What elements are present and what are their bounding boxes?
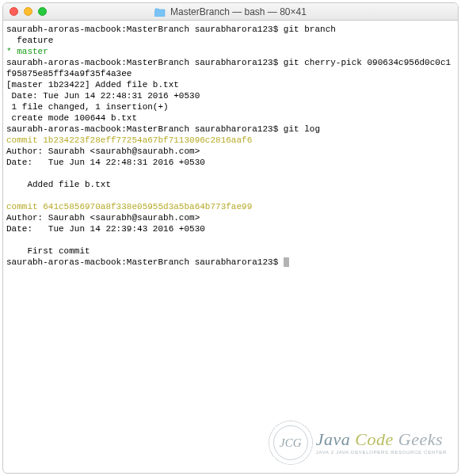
commit-author: Author: Saurabh <saurabh@saurabh.com> <box>6 213 200 223</box>
watermark: JCG Java Code Geeks JAVA 2 JAVA DEVELOPE… <box>269 421 447 465</box>
commit-date: Date: Tue Jun 14 22:39:43 2016 +0530 <box>6 224 205 234</box>
current-branch-marker: * <box>6 47 17 56</box>
watermark-logo-text: JCG <box>280 436 302 450</box>
watermark-logo-icon: JCG <box>269 421 313 465</box>
folder-icon <box>154 7 166 17</box>
titlebar: MasterBranch — bash — 80×41 <box>3 3 458 21</box>
prompt: saurabh-aroras-macbook:MasterBranch saur… <box>6 124 284 134</box>
output-line: [master 1b23422] Added file b.txt <box>6 80 179 89</box>
commit-hash: commit 1b234223f28eff77254a67bf7113096c2… <box>6 135 252 145</box>
watermark-tagline: JAVA 2 JAVA DEVELOPERS RESOURCE CENTER <box>316 450 447 455</box>
output-line: Date: Tue Jun 14 22:48:31 2016 +0530 <box>6 91 200 101</box>
prompt: saurabh-aroras-macbook:MasterBranch saur… <box>6 257 284 267</box>
output-line: create mode 100644 b.txt <box>6 113 137 123</box>
minimize-icon[interactable] <box>24 7 32 16</box>
terminal-content[interactable]: saurabh-aroras-macbook:MasterBranch saur… <box>3 21 458 271</box>
commit-date: Date: Tue Jun 14 22:48:31 2016 +0530 <box>6 158 205 167</box>
command-text: git branch <box>284 25 336 34</box>
commit-author: Author: Saurabh <saurabh@saurabh.com> <box>6 147 200 156</box>
traffic-lights <box>10 7 47 16</box>
cursor-icon <box>284 257 289 267</box>
window-title: MasterBranch — bash — 80×41 <box>170 6 307 17</box>
watermark-word-c: Geeks <box>398 429 443 449</box>
current-branch-name: master <box>17 47 48 56</box>
output-line: 1 file changed, 1 insertion(+) <box>6 102 169 112</box>
commit-hash: commit 641c5856970a8f338e05955d3a5ba64b7… <box>6 202 252 211</box>
terminal-window: MasterBranch — bash — 80×41 saurabh-aror… <box>2 2 459 474</box>
commit-message: First commit <box>6 246 90 256</box>
zoom-icon[interactable] <box>38 7 47 16</box>
watermark-wordmark: Java Code Geeks JAVA 2 JAVA DEVELOPERS R… <box>316 431 447 455</box>
commit-message: Added file b.txt <box>6 180 111 189</box>
output-line: feature <box>6 36 53 45</box>
command-text: git log <box>284 124 320 134</box>
watermark-word-b: Code <box>355 429 393 449</box>
close-icon[interactable] <box>10 7 18 16</box>
prompt: saurabh-aroras-macbook:MasterBranch saur… <box>6 25 284 34</box>
prompt: saurabh-aroras-macbook:MasterBranch saur… <box>6 58 284 67</box>
watermark-word-a: Java <box>316 429 351 449</box>
titlebar-center: MasterBranch — bash — 80×41 <box>154 6 307 17</box>
